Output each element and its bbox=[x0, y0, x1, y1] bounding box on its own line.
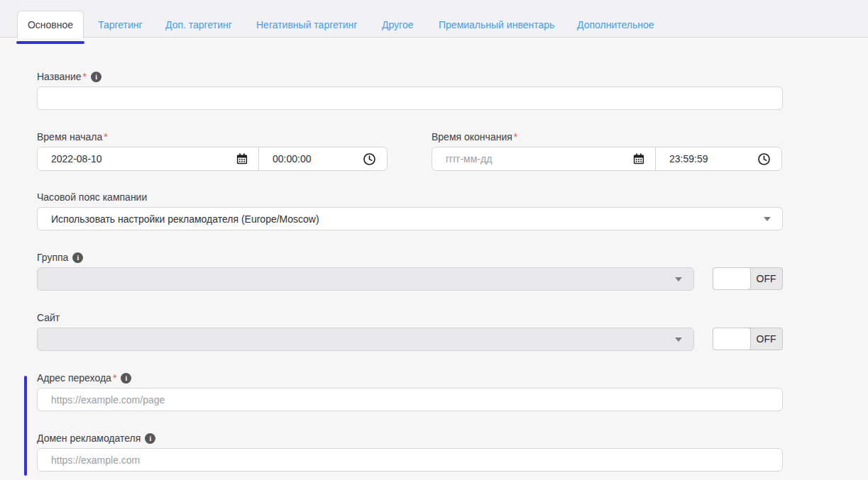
required-asterisk: * bbox=[104, 131, 107, 143]
start-time-label: Время начала* bbox=[37, 131, 108, 143]
site-toggle[interactable]: OFF bbox=[713, 328, 783, 350]
tab-premium-inventory[interactable]: Премиальный инвентарь bbox=[439, 19, 554, 30]
toggle-knob bbox=[713, 267, 751, 290]
click-url-label: Адрес перехода*i bbox=[37, 372, 131, 384]
required-asterisk: * bbox=[113, 372, 116, 384]
group-label: Группаi bbox=[37, 252, 83, 263]
required-asterisk: * bbox=[514, 131, 517, 143]
clock-icon[interactable] bbox=[363, 152, 387, 166]
timezone-label: Часовой пояс кампании bbox=[37, 191, 147, 203]
timezone-label-text: Часовой пояс кампании bbox=[37, 191, 147, 203]
tab-targeting[interactable]: Таргетинг bbox=[98, 19, 143, 30]
toggle-knob bbox=[713, 328, 751, 350]
timezone-selected-value: Использовать настройки рекламодателя (Eu… bbox=[38, 213, 764, 225]
timezone-select[interactable]: Использовать настройки рекламодателя (Eu… bbox=[37, 207, 783, 230]
calendar-icon[interactable] bbox=[236, 152, 259, 165]
chevron-down-icon bbox=[764, 217, 771, 221]
tab-dop-targeting[interactable]: Доп. таргетинг bbox=[165, 19, 232, 30]
end-time-label: Время окончания* bbox=[432, 131, 517, 143]
advertiser-domain-label-text: Домен рекламодателя bbox=[37, 432, 141, 444]
advertiser-domain-label: Домен рекламодателяi bbox=[37, 432, 155, 444]
start-date-input[interactable] bbox=[38, 147, 236, 170]
site-label-text: Сайт bbox=[37, 312, 60, 323]
group-select bbox=[37, 267, 694, 291]
end-time-input[interactable] bbox=[656, 147, 757, 170]
end-time-label-text: Время окончания bbox=[432, 131, 512, 143]
info-icon[interactable]: i bbox=[91, 72, 101, 82]
group-toggle[interactable]: OFF bbox=[713, 267, 783, 290]
tab-bar: Основное Таргетинг Доп. таргетинг Негати… bbox=[0, 0, 868, 38]
site-toggle-state: OFF bbox=[750, 328, 782, 350]
group-label-text: Группа bbox=[37, 252, 68, 263]
name-input[interactable] bbox=[38, 87, 782, 109]
end-date-input[interactable] bbox=[432, 147, 632, 170]
name-field-box bbox=[37, 86, 783, 110]
start-time-input[interactable] bbox=[259, 147, 363, 170]
tab-osnovnoe[interactable]: Основное bbox=[17, 11, 84, 38]
start-date-box bbox=[37, 147, 260, 171]
group-toggle-state: OFF bbox=[750, 268, 782, 289]
name-label: Название*i bbox=[37, 71, 101, 82]
section-accent-line bbox=[24, 376, 27, 476]
click-url-field-box bbox=[37, 388, 783, 411]
start-time-box bbox=[258, 147, 388, 171]
click-url-label-text: Адрес перехода bbox=[37, 372, 111, 384]
site-select bbox=[37, 328, 694, 351]
chevron-down-icon bbox=[675, 277, 682, 281]
start-time-label-text: Время начала bbox=[37, 131, 102, 143]
site-label: Сайт bbox=[37, 312, 60, 323]
end-time-box bbox=[655, 147, 782, 171]
active-tab-underline bbox=[16, 41, 84, 44]
info-icon[interactable]: i bbox=[121, 373, 131, 384]
name-label-text: Название bbox=[37, 71, 82, 82]
click-url-input[interactable] bbox=[38, 389, 782, 411]
required-asterisk: * bbox=[83, 71, 87, 82]
advertiser-domain-field-box bbox=[37, 448, 783, 471]
clock-icon[interactable] bbox=[757, 152, 781, 166]
info-icon[interactable]: i bbox=[145, 433, 155, 444]
tab-negative-targeting[interactable]: Негативный таргетинг bbox=[256, 19, 357, 30]
info-icon[interactable]: i bbox=[72, 252, 83, 263]
chevron-down-icon bbox=[675, 337, 682, 342]
tab-drugoe[interactable]: Другое bbox=[382, 19, 413, 30]
tab-dopolnitelnoe[interactable]: Дополнительное bbox=[577, 19, 654, 30]
end-date-box bbox=[432, 147, 657, 171]
calendar-icon[interactable] bbox=[632, 152, 656, 165]
advertiser-domain-input[interactable] bbox=[38, 449, 782, 471]
